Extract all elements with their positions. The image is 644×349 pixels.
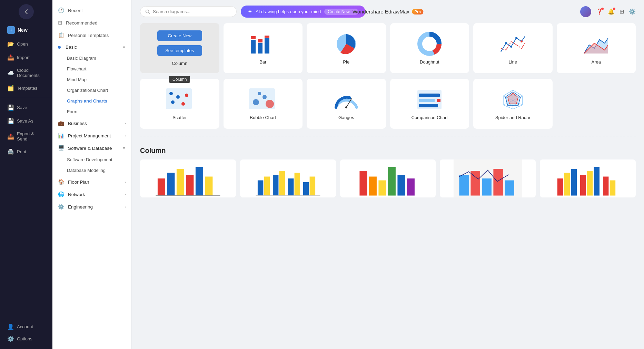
sidebar-mid: 🕐 Recent ⊞ Recommended 📋 Personal Templa… (52, 0, 132, 349)
chart-card-gauges[interactable]: Gauges (307, 79, 386, 129)
chart-card-spider[interactable]: Spider and Radar (473, 79, 553, 129)
svg-rect-69 (459, 175, 469, 196)
personal-templates-item[interactable]: 📋 Personal Templates (52, 29, 131, 41)
sidebar-left: + New 📂 Open 📥 Import ☁️ Cloud Documents… (0, 0, 52, 349)
export-nav-item[interactable]: 📤 Export & Send (4, 128, 49, 144)
svg-rect-44 (158, 178, 165, 196)
svg-rect-6 (265, 38, 269, 54)
header-bar: ✦ AI drawing helps open your mind Create… (140, 6, 636, 18)
template-card-1[interactable] (140, 159, 236, 197)
comparison-icon (416, 87, 443, 112)
chart-card-doughnut[interactable]: Doughnut (390, 23, 469, 73)
sub-org-chart[interactable]: Organizational Chart (52, 85, 131, 96)
project-chevron: › (125, 134, 126, 138)
charts-grid-row2: Scatter Bubble Chart (140, 79, 636, 129)
sub-db-modeling[interactable]: Database Modeling (52, 165, 131, 176)
svg-point-0 (146, 10, 149, 13)
network-chevron: › (125, 192, 126, 196)
column-label: Column (172, 61, 187, 66)
svg-rect-58 (303, 182, 309, 196)
create-new-button[interactable]: Create New (157, 30, 202, 41)
svg-rect-71 (482, 178, 492, 196)
recommended-item[interactable]: ⊞ Recommended (52, 17, 131, 29)
new-button[interactable]: + New (4, 23, 49, 37)
svg-point-19 (181, 102, 185, 106)
saveas-icon: 💾 (7, 118, 14, 124)
chart-card-area[interactable]: Area (557, 23, 636, 73)
options-icon: ⚙️ (7, 336, 14, 342)
cloud-nav-item[interactable]: ☁️ Cloud Documents (4, 65, 49, 81)
svg-rect-30 (419, 94, 440, 97)
templates-nav-item[interactable]: 🗂️ Templates (4, 82, 49, 94)
project-category[interactable]: 📊 Project Management › (52, 129, 131, 142)
template-card-2[interactable] (240, 159, 336, 197)
template-card-3[interactable] (340, 159, 436, 197)
template-card-5[interactable] (540, 159, 636, 197)
account-nav-item[interactable]: 👤 Account (4, 321, 49, 333)
svg-point-26 (258, 92, 261, 95)
settings-button[interactable]: ⚙️ (629, 8, 636, 15)
svg-point-20 (185, 94, 188, 97)
chart-card-comparison[interactable]: Comparison Chart (390, 79, 469, 129)
svg-rect-63 (369, 177, 376, 196)
search-input[interactable] (153, 9, 231, 14)
search-bar[interactable] (140, 6, 237, 17)
svg-rect-57 (294, 173, 300, 196)
template-card-4[interactable] (440, 159, 536, 197)
svg-rect-59 (309, 177, 315, 196)
floor-icon: 🏠 (58, 179, 65, 185)
recommended-icon: ⊞ (58, 20, 62, 26)
chart-card-bubble[interactable]: Bubble Chart (224, 79, 303, 129)
svg-line-1 (149, 12, 150, 14)
import-nav-item[interactable]: 📥 Import (4, 51, 49, 64)
svg-rect-53 (264, 177, 270, 196)
basic-category[interactable]: Basic ▼ (52, 41, 131, 53)
divider-1 (0, 98, 52, 98)
chart-card-bar[interactable]: Bar (224, 23, 303, 73)
open-nav-item[interactable]: 📂 Open (4, 38, 49, 50)
svg-rect-67 (407, 178, 414, 196)
notifications-button[interactable]: 🔔 (608, 8, 615, 15)
engineering-category[interactable]: ⚙️ Engineering › (52, 201, 131, 213)
chart-card-pie[interactable]: Pie (307, 23, 386, 73)
save-nav-item[interactable]: 💾 Save (4, 101, 49, 114)
floor-category[interactable]: 🏠 Floor Plan › (52, 176, 131, 188)
gauges-icon (333, 87, 360, 112)
sub-graphs-charts[interactable]: Graphs and Charts (52, 96, 131, 106)
svg-rect-65 (388, 167, 395, 196)
svg-rect-33 (437, 99, 440, 102)
svg-rect-79 (587, 171, 593, 196)
svg-rect-56 (288, 178, 294, 196)
chart-card-scatter[interactable]: Scatter (140, 79, 219, 129)
back-button[interactable] (19, 4, 34, 19)
see-templates-button[interactable]: See templates (157, 45, 202, 56)
network-category[interactable]: 🌐 Network › (52, 188, 131, 201)
help-button[interactable]: ❓ (596, 8, 603, 15)
print-nav-item[interactable]: 🖨️ Print (4, 146, 49, 158)
recent-icon: 🕐 (58, 7, 65, 13)
options-nav-item[interactable]: ⚙️ Options (4, 333, 49, 345)
sub-flowchart[interactable]: Flowchart (52, 64, 131, 74)
software-chevron: ▼ (122, 146, 126, 150)
chart-card-column[interactable]: Create New See templates Column Column (140, 23, 219, 73)
chart-card-line[interactable]: Line (473, 23, 553, 73)
recent-item[interactable]: 🕐 Recent (52, 4, 131, 17)
sub-mindmap[interactable]: Mind Map (52, 74, 131, 85)
software-category[interactable]: 🖥️ Software & Database ▼ (52, 142, 131, 154)
ai-banner[interactable]: ✦ AI drawing helps open your mind Create… (241, 6, 365, 18)
sub-software-dev[interactable]: Software Development (52, 154, 131, 165)
sub-form[interactable]: Form (52, 106, 131, 117)
cloud-icon: ☁️ (7, 70, 14, 76)
svg-rect-66 (397, 175, 405, 196)
business-category[interactable]: 💼 Business › (52, 117, 131, 129)
charts-section: Create New See templates Column Column (140, 23, 636, 129)
svg-rect-52 (258, 181, 264, 196)
svg-rect-73 (505, 181, 515, 196)
svg-point-23 (253, 99, 259, 105)
svg-rect-45 (167, 173, 175, 196)
apps-button[interactable]: ⊞ (620, 8, 624, 15)
svg-rect-16 (166, 88, 192, 109)
saveas-nav-item[interactable]: 💾 Save As (4, 115, 49, 127)
sub-basic-diagram[interactable]: Basic Diagram (52, 53, 131, 64)
column-section: Column (140, 143, 636, 197)
